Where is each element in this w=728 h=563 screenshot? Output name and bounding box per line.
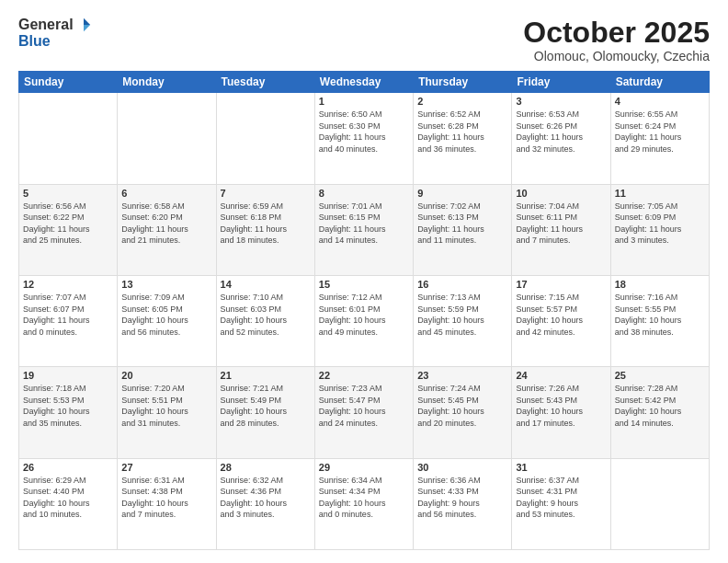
table-row: 29Sunrise: 6:34 AM Sunset: 4:34 PM Dayli… bbox=[314, 458, 413, 549]
table-row: 22Sunrise: 7:23 AM Sunset: 5:47 PM Dayli… bbox=[314, 367, 413, 458]
table-row: 24Sunrise: 7:26 AM Sunset: 5:43 PM Dayli… bbox=[512, 367, 610, 458]
day-number: 7 bbox=[221, 188, 311, 199]
table-row: 3Sunrise: 6:53 AM Sunset: 6:26 PM Daylig… bbox=[512, 93, 610, 184]
table-row: 21Sunrise: 7:21 AM Sunset: 5:49 PM Dayli… bbox=[216, 367, 314, 458]
table-row: 7Sunrise: 6:59 AM Sunset: 6:18 PM Daylig… bbox=[216, 184, 314, 275]
location-subtitle: Olomouc, Olomoucky, Czechia bbox=[523, 49, 710, 63]
table-row bbox=[216, 93, 314, 184]
day-info: Sunrise: 7:04 AM Sunset: 6:11 PM Dayligh… bbox=[516, 201, 606, 247]
table-row: 12Sunrise: 7:07 AM Sunset: 6:07 PM Dayli… bbox=[19, 275, 118, 366]
table-row: 23Sunrise: 7:24 AM Sunset: 5:45 PM Dayli… bbox=[414, 367, 512, 458]
month-year-title: October 2025 bbox=[523, 17, 710, 49]
header-saturday: Saturday bbox=[610, 72, 709, 93]
day-info: Sunrise: 7:12 AM Sunset: 6:01 PM Dayligh… bbox=[319, 292, 409, 338]
title-section: October 2025 Olomouc, Olomoucky, Czechia bbox=[523, 17, 710, 63]
day-number: 28 bbox=[221, 462, 311, 473]
logo: General Blue bbox=[18, 17, 92, 50]
day-number: 5 bbox=[23, 188, 113, 199]
day-number: 25 bbox=[615, 370, 705, 381]
calendar-week-row: 19Sunrise: 7:18 AM Sunset: 5:53 PM Dayli… bbox=[19, 367, 710, 458]
day-info: Sunrise: 6:32 AM Sunset: 4:36 PM Dayligh… bbox=[221, 475, 311, 521]
logo-blue-text: Blue bbox=[18, 33, 51, 50]
day-info: Sunrise: 7:10 AM Sunset: 6:03 PM Dayligh… bbox=[221, 292, 311, 338]
day-info: Sunrise: 7:26 AM Sunset: 5:43 PM Dayligh… bbox=[516, 383, 606, 429]
table-row: 5Sunrise: 6:56 AM Sunset: 6:22 PM Daylig… bbox=[19, 184, 118, 275]
day-number: 8 bbox=[319, 188, 409, 199]
day-info: Sunrise: 7:24 AM Sunset: 5:45 PM Dayligh… bbox=[417, 383, 507, 429]
day-info: Sunrise: 7:07 AM Sunset: 6:07 PM Dayligh… bbox=[23, 292, 113, 338]
day-number: 16 bbox=[417, 279, 507, 290]
table-row: 11Sunrise: 7:05 AM Sunset: 6:09 PM Dayli… bbox=[610, 184, 709, 275]
day-number: 17 bbox=[516, 279, 606, 290]
day-info: Sunrise: 6:37 AM Sunset: 4:31 PM Dayligh… bbox=[516, 475, 606, 521]
table-row: 17Sunrise: 7:15 AM Sunset: 5:57 PM Dayli… bbox=[512, 275, 610, 366]
day-info: Sunrise: 6:52 AM Sunset: 6:28 PM Dayligh… bbox=[417, 109, 507, 155]
header-monday: Monday bbox=[118, 72, 216, 93]
table-row: 2Sunrise: 6:52 AM Sunset: 6:28 PM Daylig… bbox=[414, 93, 512, 184]
table-row: 31Sunrise: 6:37 AM Sunset: 4:31 PM Dayli… bbox=[512, 458, 610, 549]
calendar-header-row: Sunday Monday Tuesday Wednesday Thursday… bbox=[19, 72, 710, 93]
table-row: 30Sunrise: 6:36 AM Sunset: 4:33 PM Dayli… bbox=[414, 458, 512, 549]
day-number: 2 bbox=[417, 96, 507, 107]
day-info: Sunrise: 6:55 AM Sunset: 6:24 PM Dayligh… bbox=[615, 109, 705, 155]
day-number: 24 bbox=[516, 370, 606, 381]
day-number: 18 bbox=[615, 279, 705, 290]
day-info: Sunrise: 7:16 AM Sunset: 5:55 PM Dayligh… bbox=[615, 292, 705, 338]
header-tuesday: Tuesday bbox=[216, 72, 314, 93]
day-number: 9 bbox=[417, 188, 507, 199]
day-number: 10 bbox=[516, 188, 606, 199]
svg-marker-0 bbox=[84, 18, 90, 25]
table-row: 19Sunrise: 7:18 AM Sunset: 5:53 PM Dayli… bbox=[19, 367, 118, 458]
header-friday: Friday bbox=[512, 72, 610, 93]
day-info: Sunrise: 7:23 AM Sunset: 5:47 PM Dayligh… bbox=[319, 383, 409, 429]
day-info: Sunrise: 7:28 AM Sunset: 5:42 PM Dayligh… bbox=[615, 383, 705, 429]
table-row: 20Sunrise: 7:20 AM Sunset: 5:51 PM Dayli… bbox=[118, 367, 216, 458]
day-number: 27 bbox=[121, 462, 211, 473]
table-row: 14Sunrise: 7:10 AM Sunset: 6:03 PM Dayli… bbox=[216, 275, 314, 366]
table-row: 8Sunrise: 7:01 AM Sunset: 6:15 PM Daylig… bbox=[314, 184, 413, 275]
table-row: 9Sunrise: 7:02 AM Sunset: 6:13 PM Daylig… bbox=[414, 184, 512, 275]
header-sunday: Sunday bbox=[19, 72, 118, 93]
logo-flag-icon bbox=[75, 17, 92, 33]
day-info: Sunrise: 6:29 AM Sunset: 4:40 PM Dayligh… bbox=[23, 475, 113, 521]
day-number: 23 bbox=[417, 370, 507, 381]
logo-general-text: General bbox=[18, 17, 74, 33]
header-wednesday: Wednesday bbox=[314, 72, 413, 93]
table-row bbox=[19, 93, 118, 184]
page-header: General Blue October 2025 Olomouc, Olomo… bbox=[18, 17, 710, 63]
day-number: 21 bbox=[221, 370, 311, 381]
table-row: 26Sunrise: 6:29 AM Sunset: 4:40 PM Dayli… bbox=[19, 458, 118, 549]
day-info: Sunrise: 7:01 AM Sunset: 6:15 PM Dayligh… bbox=[319, 201, 409, 247]
day-info: Sunrise: 7:18 AM Sunset: 5:53 PM Dayligh… bbox=[23, 383, 113, 429]
table-row: 1Sunrise: 6:50 AM Sunset: 6:30 PM Daylig… bbox=[314, 93, 413, 184]
day-info: Sunrise: 7:05 AM Sunset: 6:09 PM Dayligh… bbox=[615, 201, 705, 247]
table-row bbox=[118, 93, 216, 184]
calendar-week-row: 5Sunrise: 6:56 AM Sunset: 6:22 PM Daylig… bbox=[19, 184, 710, 275]
table-row: 28Sunrise: 6:32 AM Sunset: 4:36 PM Dayli… bbox=[216, 458, 314, 549]
table-row: 25Sunrise: 7:28 AM Sunset: 5:42 PM Dayli… bbox=[610, 367, 709, 458]
day-number: 15 bbox=[319, 279, 409, 290]
day-number: 31 bbox=[516, 462, 606, 473]
day-info: Sunrise: 7:09 AM Sunset: 6:05 PM Dayligh… bbox=[121, 292, 211, 338]
day-info: Sunrise: 7:02 AM Sunset: 6:13 PM Dayligh… bbox=[417, 201, 507, 247]
calendar-week-row: 12Sunrise: 7:07 AM Sunset: 6:07 PM Dayli… bbox=[19, 275, 710, 366]
day-info: Sunrise: 6:36 AM Sunset: 4:33 PM Dayligh… bbox=[417, 475, 507, 521]
day-number: 4 bbox=[615, 96, 705, 107]
calendar-week-row: 1Sunrise: 6:50 AM Sunset: 6:30 PM Daylig… bbox=[19, 93, 710, 184]
table-row: 4Sunrise: 6:55 AM Sunset: 6:24 PM Daylig… bbox=[610, 93, 709, 184]
day-number: 14 bbox=[221, 279, 311, 290]
day-number: 12 bbox=[23, 279, 113, 290]
table-row: 15Sunrise: 7:12 AM Sunset: 6:01 PM Dayli… bbox=[314, 275, 413, 366]
table-row: 6Sunrise: 6:58 AM Sunset: 6:20 PM Daylig… bbox=[118, 184, 216, 275]
calendar-table: Sunday Monday Tuesday Wednesday Thursday… bbox=[18, 71, 710, 550]
day-info: Sunrise: 7:20 AM Sunset: 5:51 PM Dayligh… bbox=[121, 383, 211, 429]
day-number: 6 bbox=[121, 188, 211, 199]
day-info: Sunrise: 7:13 AM Sunset: 5:59 PM Dayligh… bbox=[417, 292, 507, 338]
table-row: 18Sunrise: 7:16 AM Sunset: 5:55 PM Dayli… bbox=[610, 275, 709, 366]
day-info: Sunrise: 6:53 AM Sunset: 6:26 PM Dayligh… bbox=[516, 109, 606, 155]
day-number: 1 bbox=[319, 96, 409, 107]
day-number: 13 bbox=[121, 279, 211, 290]
header-thursday: Thursday bbox=[414, 72, 512, 93]
day-number: 3 bbox=[516, 96, 606, 107]
day-number: 22 bbox=[319, 370, 409, 381]
